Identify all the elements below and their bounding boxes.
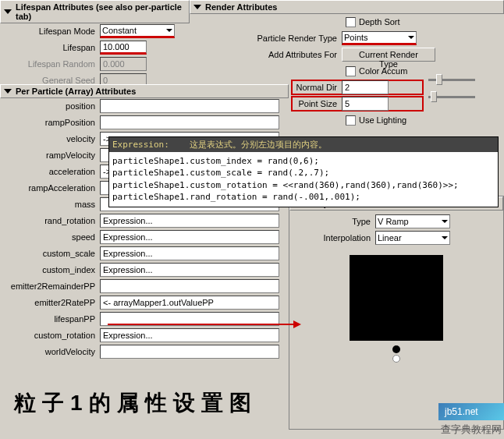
particle-attr-input[interactable]	[100, 279, 279, 293]
particle-attr-input[interactable]	[100, 230, 279, 244]
render-type-label: Particle Render Type	[190, 34, 342, 43]
particle-attr-input[interactable]	[100, 345, 279, 359]
particle-attr-label: custom_rotation	[0, 331, 100, 340]
expression-box: Expression: 这是表达式。分别左边项目的内容。 particleSha…	[108, 136, 499, 207]
particle-attr-label: speed	[0, 232, 100, 242]
color-accum-label: Color Accum	[359, 66, 407, 76]
particle-attr-input[interactable]	[100, 115, 279, 129]
particle-row: custom_rotation	[0, 327, 289, 343]
collapse-icon	[193, 5, 201, 9]
collapse-icon	[4, 9, 12, 14]
particle-attr-label: mass	[0, 200, 100, 209]
lifespan-mode-label: Lifespan Mode	[0, 27, 100, 36]
particle-attr-input[interactable]	[100, 328, 279, 342]
ramp-type-value: V Ramp	[378, 217, 409, 226]
render-type-select[interactable]: Points	[342, 31, 417, 45]
color-accum-checkbox[interactable]	[346, 66, 356, 76]
watermark-blue: jb51.net	[438, 403, 504, 420]
depth-sort-label: Depth Sort	[359, 17, 400, 27]
particle-panel: Per Particle (Array) Attributes position…	[0, 84, 289, 360]
lifespan-random-input	[100, 57, 147, 71]
ramp-type-select[interactable]: V Ramp	[375, 214, 450, 228]
particle-attr-input[interactable]	[100, 263, 279, 277]
lifespan-label: Lifespan	[0, 43, 100, 52]
particle-row: speed	[0, 229, 289, 245]
particle-row: rampPosition	[0, 115, 289, 130]
ramp-interp-select[interactable]: Linear	[375, 231, 450, 245]
particle-attr-label: rampAcceleration	[0, 183, 100, 193]
watermark: jb51.net 查字典教程网	[438, 403, 504, 439]
ramp-handles[interactable]	[289, 345, 503, 364]
ramp-interp-label: Interpolation	[289, 233, 375, 243]
particle-attr-input[interactable]	[100, 296, 279, 310]
lifespan-panel: Lifespan Attributes (see also per-partic…	[0, 0, 190, 89]
particle-attr-label: velocity	[0, 134, 100, 143]
particle-row: rand_rotation	[0, 213, 289, 228]
particle-attr-label: emitter2RatePP	[0, 298, 100, 307]
particle-attr-label: lifespanPP	[0, 314, 100, 324]
lifespan-header[interactable]: Lifespan Attributes (see also per-partic…	[0, 0, 190, 23]
particle-row: position	[0, 98, 289, 114]
chevron-down-icon	[442, 236, 448, 239]
particle-attr-input[interactable]	[100, 246, 279, 260]
particle-row: custom_index	[0, 262, 289, 278]
use-lighting-checkbox[interactable]	[346, 115, 356, 126]
lifespan-random-label: Lifespan Random	[0, 59, 100, 69]
ramp-panel: Ramp Attributes Type V Ramp Interpolatio…	[289, 196, 504, 430]
render-type-value: Points	[344, 33, 368, 42]
particle-attr-label: worldVelocity	[0, 347, 100, 356]
particle-attr-label: emitter2RemainderPP	[0, 281, 100, 291]
particle-attr-input[interactable]	[100, 99, 279, 113]
particle-header-text: Per Particle (Array) Attributes	[16, 87, 136, 96]
particle-row: custom_scale	[0, 246, 289, 261]
add-attr-label: Add Attributes For	[190, 50, 342, 59]
particle-attr-input[interactable]	[100, 214, 279, 228]
ramp-interp-value: Linear	[378, 233, 402, 243]
lifespan-header-text: Lifespan Attributes (see also per-partic…	[16, 2, 186, 21]
depth-sort-checkbox[interactable]	[346, 17, 356, 27]
lifespan-input[interactable]	[100, 41, 147, 55]
particle-attr-label: rand_rotation	[0, 216, 100, 225]
lifespan-mode-select[interactable]: Constant	[100, 24, 175, 38]
normal-dir-input[interactable]	[342, 80, 389, 94]
ramp-handle-black[interactable]	[392, 345, 400, 353]
ramp-handle-white[interactable]	[392, 355, 400, 363]
collapse-icon	[4, 89, 12, 94]
particle-attr-label: acceleration	[0, 167, 100, 176]
current-render-type-button[interactable]: Current Render Type	[342, 48, 435, 62]
page-title: 粒子1的属性设置图	[14, 388, 257, 418]
red-arrow	[108, 324, 295, 325]
particle-attr-label: custom_index	[0, 265, 100, 274]
lifespan-mode-value: Constant	[102, 26, 137, 35]
expression-title: Expression: 这是表达式。分别左边项目的内容。	[109, 137, 498, 152]
ramp-preview[interactable]	[350, 255, 443, 341]
ramp-type-label: Type	[289, 217, 375, 226]
normal-dir-slider[interactable]	[428, 79, 475, 81]
normal-dir-label: Normal Dir	[293, 83, 342, 92]
use-lighting-label: Use Lighting	[359, 115, 406, 125]
render-header[interactable]: Render Attributes	[190, 0, 504, 14]
particle-attr-label: rampVelocity	[0, 150, 100, 160]
particle-row: worldVelocity	[0, 344, 289, 359]
watermark-text: 查字典教程网	[438, 420, 504, 439]
point-size-input[interactable]	[342, 97, 389, 111]
render-header-text: Render Attributes	[205, 2, 278, 12]
chevron-down-icon	[408, 36, 414, 39]
chevron-down-icon	[442, 220, 448, 223]
expression-body: particleShape1.custom_index = rand(0,6);…	[109, 152, 498, 207]
particle-attr-label: position	[0, 101, 100, 111]
particle-row: emitter2RemainderPP	[0, 278, 289, 294]
particle-row: emitter2RatePP	[0, 295, 289, 310]
particle-header[interactable]: Per Particle (Array) Attributes	[0, 84, 289, 98]
point-size-label: Point Size	[293, 99, 342, 108]
chevron-down-icon	[166, 29, 172, 32]
point-size-slider[interactable]	[428, 96, 475, 98]
particle-attr-label: custom_scale	[0, 249, 100, 258]
particle-attr-label: rampPosition	[0, 118, 100, 127]
